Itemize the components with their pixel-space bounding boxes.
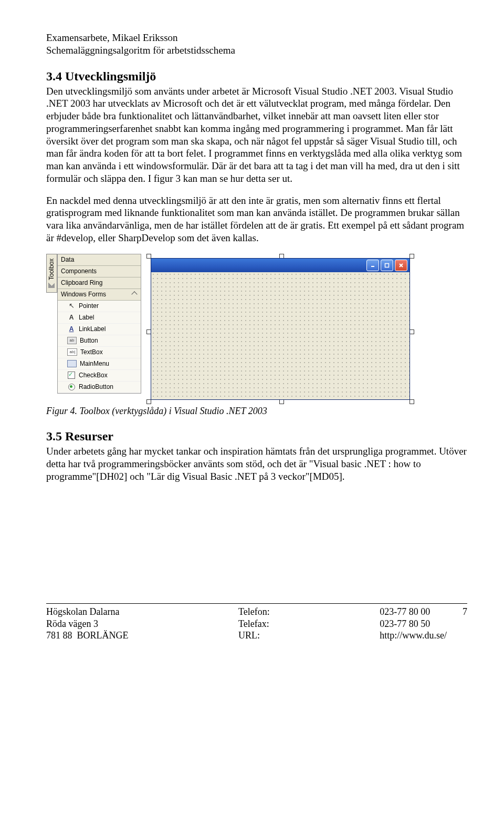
chevron-up-icon bbox=[131, 291, 137, 297]
footer-right: 023-77 80 00 023-77 80 50 http://www.du.… bbox=[380, 606, 447, 642]
resize-handle-icon[interactable] bbox=[410, 329, 414, 334]
section-3-4-title: 3.4 Utvecklingsmiljö bbox=[46, 68, 467, 84]
toolbox-item-pointer[interactable]: ↖ Pointer bbox=[58, 301, 141, 312]
radio-icon bbox=[68, 384, 75, 390]
footer-separator bbox=[46, 603, 467, 604]
pointer-icon: ↖ bbox=[67, 302, 76, 310]
wrench-icon bbox=[49, 282, 55, 288]
toolbox-item-label[interactable]: A Label bbox=[58, 312, 141, 324]
section-3-5-title: 3.5 Resurser bbox=[46, 428, 467, 444]
figure-4: Toolbox Data Components Clipboard Ring W… bbox=[46, 254, 467, 404]
footer-mid: Telefon: Telefax: URL: bbox=[238, 606, 270, 642]
toolbox-item-radiobutton[interactable]: RadioButton bbox=[58, 382, 141, 393]
svg-rect-1 bbox=[385, 263, 389, 267]
doc-header: Examensarbete, Mikael Eriksson Schemaläg… bbox=[46, 32, 467, 57]
checkbox-icon bbox=[68, 372, 75, 379]
toolbox-item-button[interactable]: ab Button bbox=[58, 335, 141, 347]
form-designer[interactable] bbox=[146, 254, 414, 404]
toolbox-panel: Data Components Clipboard Ring Windows F… bbox=[57, 254, 141, 394]
page-footer: Högskolan Dalarna Röda vägen 3 781 88 BO… bbox=[46, 606, 467, 642]
close-icon bbox=[398, 263, 404, 268]
textbox-icon: ab| bbox=[67, 348, 77, 356]
page-number: 7 bbox=[463, 606, 467, 618]
toolbox-item-linklabel[interactable]: A LinkLabel bbox=[58, 324, 141, 335]
toolbox-items: ↖ Pointer A Label A LinkLabel ab Button … bbox=[58, 301, 141, 393]
form-body[interactable] bbox=[151, 272, 410, 399]
toolbox-section-data[interactable]: Data bbox=[58, 254, 141, 266]
toolbox-tab[interactable]: Toolbox bbox=[46, 254, 57, 293]
section-3-5-para: Under arbetets gång har mycket tankar oc… bbox=[46, 445, 467, 482]
resize-handle-icon[interactable] bbox=[146, 399, 151, 404]
section-3-4-para-2: En nackdel med denna utvecklingsmiljö är… bbox=[46, 194, 467, 244]
minimize-button[interactable] bbox=[366, 260, 379, 271]
section-3-4-para-1: Den utvecklingsmiljö som använts under a… bbox=[46, 85, 467, 185]
button-icon: ab bbox=[67, 337, 77, 344]
header-line-1: Examensarbete, Mikael Eriksson bbox=[46, 32, 467, 44]
toolbox-item-mainmenu[interactable]: MainMenu bbox=[58, 358, 141, 370]
label-icon: A bbox=[67, 314, 76, 321]
toolbox-item-textbox[interactable]: ab| TextBox bbox=[58, 347, 141, 358]
mainmenu-icon bbox=[67, 360, 77, 367]
form-window bbox=[151, 258, 410, 400]
close-button[interactable] bbox=[395, 260, 407, 271]
figure-4-caption: Figur 4. Toolbox (verktygslåda) i Visual… bbox=[46, 405, 467, 417]
minimize-icon bbox=[370, 263, 375, 268]
resize-handle-icon[interactable] bbox=[410, 399, 414, 404]
linklabel-icon: A bbox=[67, 325, 76, 333]
toolbox-tab-label: Toolbox bbox=[48, 259, 56, 280]
toolbox-item-checkbox[interactable]: CheckBox bbox=[58, 370, 141, 382]
form-titlebar[interactable] bbox=[151, 259, 410, 272]
toolbox-section-windows-forms[interactable]: Windows Forms bbox=[58, 289, 141, 301]
maximize-button[interactable] bbox=[381, 260, 393, 271]
toolbox-section-components[interactable]: Components bbox=[58, 266, 141, 277]
footer-left: Högskolan Dalarna Röda vägen 3 781 88 BO… bbox=[46, 606, 129, 642]
resize-handle-icon[interactable] bbox=[410, 254, 414, 259]
header-line-2: Schemaläggningsalgoritm för arbetstidssc… bbox=[46, 44, 467, 57]
resize-handle-icon[interactable] bbox=[279, 399, 284, 404]
maximize-icon bbox=[384, 263, 390, 268]
toolbox-section-clipboard-ring[interactable]: Clipboard Ring bbox=[58, 277, 141, 289]
